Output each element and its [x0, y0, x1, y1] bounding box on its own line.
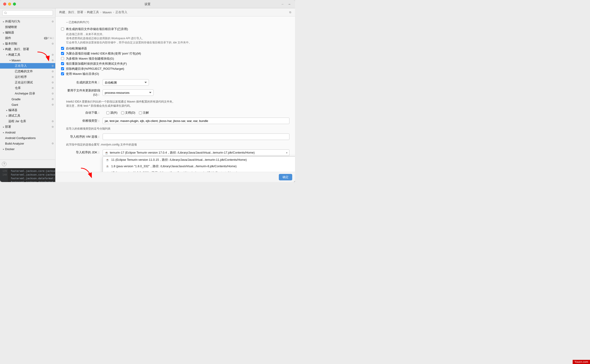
dependency-control [103, 117, 289, 124]
chevron-icon [2, 20, 5, 23]
content-area: 构建、执行、部署 › 构建工具 › Maven › 正在导入 ⧉ -- 已忽略的… [55, 8, 295, 182]
checkbox-auto-detect[interactable] [61, 47, 64, 50]
jdk-option-18-text: 1.8 (java version "1.8.0_332"，路径: /Libra… [111, 164, 295, 168]
gear-icon: ⚙ [52, 120, 54, 123]
vm-input[interactable] [103, 134, 289, 140]
chevron-icon [5, 114, 8, 117]
checkbox-intellij-module[interactable] [61, 52, 64, 55]
checkbox-module-group[interactable] [61, 57, 64, 60]
stage-row: 要用于文件夹更新的阶段(U)： process-resources genera… [61, 88, 289, 97]
jdk-folder-icon: ☕ [106, 164, 109, 168]
settings-content: -- 已忽略的构件(Y) 将生成的项目文件存储在项目根目录下(已弃用) 此选项已… [55, 16, 295, 172]
jdk-dropdown: ☕ 11 (Eclipse Temurin version 11.0.15，路径… [103, 156, 295, 172]
sidebar-item-repositories[interactable]: 仓库 ⚙ [0, 85, 55, 91]
sidebar-item-ignored-files[interactable]: 已忽略的文件 ⚙ [0, 69, 55, 74]
chevron-icon [5, 53, 8, 56]
chevron-icon [2, 42, 5, 45]
checkbox-row-keep-folders: 项目重新加载时保持源文件夹和测试文件夹(F) [61, 62, 289, 66]
docs-checkbox[interactable] [121, 111, 124, 114]
checkbox-row-intellij-module: 为聚合器项目创建 IntelliJ IDEA 模块(使用 'pom' 打包)(M… [61, 52, 289, 56]
window-title: 设置 [145, 2, 151, 6]
gear-icon: ⚙ [52, 103, 54, 106]
checkbox-intellij-module-label: 为聚合器项目创建 IntelliJ IDEA 模块(使用 'pom' 打包)(M… [66, 52, 141, 56]
jdk-control: ☕ temurin-17 (Eclipse Temurin version 17… [103, 150, 289, 156]
close-button[interactable] [3, 3, 6, 6]
annotations-checkbox[interactable] [139, 111, 142, 114]
sidebar-item-archetype[interactable]: Archetype 目录 ⚙ [0, 91, 55, 96]
help-button[interactable]: ? [2, 162, 7, 166]
source-checkbox[interactable] [106, 111, 109, 114]
line-numbers: 139 140 [0, 168, 8, 182]
nav-forward-button[interactable]: → [287, 2, 292, 6]
docs-download-label[interactable]: 文档(D) [121, 111, 135, 115]
checkbox-row-module-group: 为多模块 Maven 项目创建模块组(G) [61, 57, 289, 61]
checkbox-maven-output[interactable] [61, 72, 64, 75]
stage-select[interactable]: process-resources generate-sources compi… [103, 89, 153, 96]
sidebar-item-deploy[interactable]: 部署 ⚙ [0, 124, 55, 130]
breadcrumb-tools: 构建工具 [87, 10, 99, 14]
sidebar-item-remote-jar[interactable]: 远程 Jar 仓库 ⚙ [0, 118, 55, 124]
gear-icon: ⚙ [52, 142, 54, 145]
jdk-option-11-text: 11 (Eclipse Temurin version 11.0.15，路径: … [111, 158, 295, 162]
annotations-download-label[interactable]: 注解 [139, 111, 149, 115]
sidebar-item-maven[interactable]: Maven ⚙ [0, 58, 55, 63]
checkbox-row-deprecated: 将生成的项目文件存储在项目根目录下(已弃用) [61, 27, 289, 31]
gear-icon: ⚙ [52, 125, 54, 128]
checkbox-keep-folders[interactable] [61, 62, 64, 65]
source-dir-label: 生成的源文件夹： [61, 80, 103, 84]
jdk-select-button[interactable]: ☕ temurin-17 (Eclipse Temurin version 17… [103, 150, 289, 156]
auto-download-label: 自动下载： [61, 111, 103, 115]
jdk-folder-icon: ☕ [106, 171, 109, 172]
search-bar [0, 8, 55, 18]
sidebar-item-running-tests[interactable]: 正在运行测试 ⚙ [0, 80, 55, 85]
jdk-label: 导入程序的 JDK： [61, 150, 103, 155]
jdk-icon: ☕ [105, 151, 108, 155]
sidebar-item-android-configs[interactable]: Android Configurations [0, 135, 55, 141]
jdk-option-11[interactable]: ☕ 11 (Eclipse Temurin version 11.0.15，路径… [103, 156, 295, 163]
dependency-input[interactable] [103, 117, 289, 124]
sidebar-item-gradle[interactable]: Gradle ⚙ [0, 96, 55, 102]
chevron-icon [2, 125, 5, 128]
source-download-label[interactable]: 源(R) [106, 111, 117, 115]
sidebar: 外观与行为 ⚙ 按键映射 编辑器 插件 2 T A [0, 8, 55, 182]
sidebar-item-plugins[interactable]: 插件 2 T A □ [0, 35, 55, 41]
sidebar-item-editor[interactable]: 编辑器 [0, 30, 55, 35]
checkbox-exclude-build[interactable] [61, 67, 64, 70]
dependency-hint: 应导入的依赖项类型的逗号分隔列表 [66, 127, 289, 131]
sidebar-item-build-tools[interactable]: 构建工具 ⚙ [0, 52, 55, 58]
sidebar-item-vcs[interactable]: 版本控制 ⚙ [0, 41, 55, 46]
sidebar-item-build-analyzer[interactable]: Build Analyzer ⚙ [0, 141, 55, 146]
sidebar-item-runner[interactable]: 运行程序 ⚙ [0, 74, 55, 80]
jdk-option-15[interactable]: ☕ 15 (java version "1.8.0_332"，路径: /Libr… [103, 169, 295, 172]
sidebar-item-android[interactable]: Android [0, 130, 55, 135]
source-dir-control: 自动检测 target/generated-sources 禁用 [103, 79, 289, 86]
confirm-button[interactable]: 确定 [279, 174, 292, 180]
sidebar-item-keymap[interactable]: 按键映射 [0, 24, 55, 30]
sidebar-item-docker[interactable]: Docker [0, 146, 55, 152]
breadcrumb-build: 构建、执行、部署 [59, 10, 83, 14]
sidebar-item-appearance[interactable]: 外观与行为 ⚙ [0, 19, 55, 24]
nav-arrows: ← → [280, 2, 292, 6]
checkbox-deprecated[interactable] [61, 27, 64, 31]
gear-icon: ⚙ [52, 81, 54, 84]
sidebar-item-gant[interactable]: Gant ⚙ [0, 102, 55, 107]
search-input[interactable] [2, 10, 53, 16]
minimize-button[interactable] [8, 3, 11, 6]
jdk-option-15-text: 15 (java version "1.8.0_332"，路径: /Librar… [111, 171, 295, 172]
source-dir-select[interactable]: 自动检测 target/generated-sources 禁用 [103, 79, 149, 86]
gear-icon: ⚙ [52, 42, 54, 45]
copy-path-button[interactable]: ⧉ [289, 11, 291, 14]
jdk-option-18[interactable]: ☕ 1.8 (java version "1.8.0_332"，路径: /Lib… [103, 163, 295, 169]
sidebar-item-debugger[interactable]: 调试工具 [0, 113, 55, 118]
checkbox-exclude-build-label: 排除构建目录(%PROJECT_ROOT%/target) [66, 67, 124, 71]
nav-back-button[interactable]: ← [280, 2, 285, 6]
jdk-dropdown-arrow: ▾ [286, 151, 287, 154]
sidebar-item-build[interactable]: 构建、执行、部署 [0, 46, 55, 52]
sidebar-item-compiler[interactable]: 编译器 [0, 107, 55, 113]
gear-icon: ⚙ [52, 70, 54, 73]
gear-icon: ⚙ [52, 20, 54, 23]
checkbox-keep-folders-label: 项目重新加载时保持源文件夹和测试文件夹(F) [66, 62, 127, 66]
maximize-button[interactable] [13, 3, 16, 6]
dependency-row: 依赖项类型： [61, 117, 289, 124]
sidebar-item-importing[interactable]: 正在导入 ⚙ [0, 63, 55, 69]
